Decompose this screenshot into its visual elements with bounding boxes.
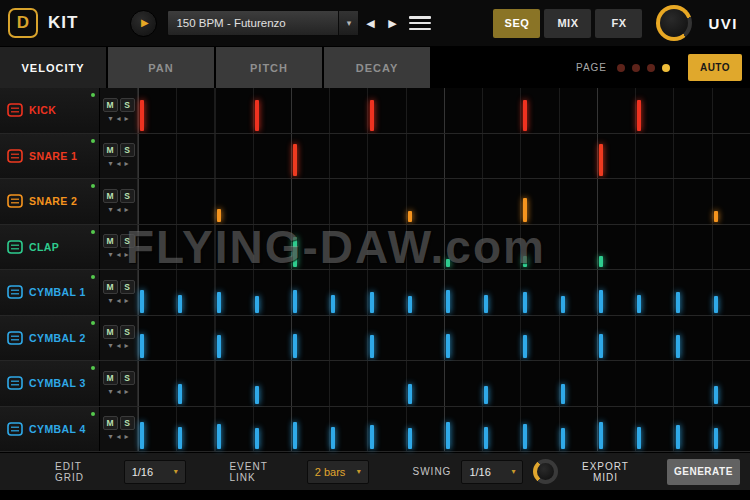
velocity-bar[interactable]: [637, 295, 641, 313]
velocity-bar[interactable]: [523, 100, 527, 131]
velocity-bar[interactable]: [714, 296, 718, 313]
nudge-left-icon[interactable]: ◂: [116, 342, 120, 350]
nudge-right-icon[interactable]: ▸: [125, 160, 129, 168]
velocity-bar[interactable]: [408, 211, 412, 222]
tab-mix[interactable]: MIX: [544, 9, 591, 38]
solo-button[interactable]: S: [120, 234, 135, 248]
solo-button[interactable]: S: [120, 98, 135, 112]
variation-down-icon[interactable]: ▾: [108, 160, 112, 168]
mute-button[interactable]: M: [103, 280, 118, 294]
velocity-bar[interactable]: [217, 292, 221, 313]
velocity-bar[interactable]: [140, 290, 144, 313]
velocity-bar[interactable]: [293, 334, 297, 358]
velocity-bar[interactable]: [714, 211, 718, 222]
nudge-right-icon[interactable]: ▸: [125, 115, 129, 123]
step-grid[interactable]: [138, 179, 750, 224]
velocity-bar[interactable]: [523, 198, 527, 222]
nudge-left-icon[interactable]: ◂: [116, 251, 120, 259]
mute-button[interactable]: M: [103, 416, 118, 430]
velocity-bar[interactable]: [561, 428, 565, 449]
solo-button[interactable]: S: [120, 189, 135, 203]
track-label-cell[interactable]: KICK: [0, 88, 100, 133]
nudge-right-icon[interactable]: ▸: [125, 342, 129, 350]
velocity-bar[interactable]: [599, 334, 603, 358]
solo-button[interactable]: S: [120, 280, 135, 294]
mute-button[interactable]: M: [103, 98, 118, 112]
swing-select[interactable]: 1/16 ▾: [461, 460, 523, 484]
velocity-bar[interactable]: [178, 295, 182, 313]
velocity-bar[interactable]: [484, 386, 488, 404]
velocity-bar[interactable]: [676, 425, 680, 449]
velocity-bar[interactable]: [370, 292, 374, 313]
velocity-bar[interactable]: [255, 296, 259, 313]
mute-button[interactable]: M: [103, 189, 118, 203]
velocity-bar[interactable]: [599, 256, 603, 267]
velocity-bar[interactable]: [370, 100, 374, 131]
prev-preset-button[interactable]: ◀: [359, 10, 381, 36]
tab-fx[interactable]: FX: [595, 9, 642, 38]
mute-button[interactable]: M: [103, 325, 118, 339]
track-label-cell[interactable]: SNARE 1: [0, 134, 100, 179]
velocity-bar[interactable]: [293, 422, 297, 449]
tab-pan[interactable]: PAN: [108, 47, 214, 88]
nudge-right-icon[interactable]: ▸: [125, 251, 129, 259]
track-label-cell[interactable]: CLAP: [0, 225, 100, 270]
page-dot[interactable]: [662, 64, 670, 72]
velocity-bar[interactable]: [217, 209, 221, 222]
velocity-bar[interactable]: [484, 427, 488, 449]
velocity-bar[interactable]: [676, 335, 680, 358]
tab-decay[interactable]: DECAY: [324, 47, 430, 88]
velocity-bar[interactable]: [561, 296, 565, 313]
variation-down-icon[interactable]: ▾: [108, 251, 112, 259]
velocity-bar[interactable]: [523, 292, 527, 313]
nudge-left-icon[interactable]: ◂: [116, 206, 120, 214]
variation-down-icon[interactable]: ▾: [108, 388, 112, 396]
velocity-bar[interactable]: [599, 422, 603, 449]
tab-velocity[interactable]: VELOCITY: [0, 47, 106, 88]
nudge-left-icon[interactable]: ◂: [116, 115, 120, 123]
velocity-bar[interactable]: [523, 256, 527, 267]
nudge-right-icon[interactable]: ▸: [125, 433, 129, 441]
mute-button[interactable]: M: [103, 143, 118, 157]
master-volume-knob[interactable]: [656, 5, 692, 41]
velocity-bar[interactable]: [140, 334, 144, 358]
velocity-bar[interactable]: [523, 335, 527, 358]
variation-down-icon[interactable]: ▾: [108, 115, 112, 123]
velocity-bar[interactable]: [523, 424, 527, 449]
velocity-bar[interactable]: [255, 386, 259, 404]
velocity-bar[interactable]: [446, 290, 450, 313]
velocity-bar[interactable]: [140, 422, 144, 449]
edit-grid-select[interactable]: 1/16 ▾: [124, 460, 186, 484]
velocity-bar[interactable]: [446, 259, 450, 267]
velocity-bar[interactable]: [676, 292, 680, 313]
step-grid[interactable]: [138, 407, 750, 452]
solo-button[interactable]: S: [120, 143, 135, 157]
nudge-left-icon[interactable]: ◂: [116, 297, 120, 305]
nudge-left-icon[interactable]: ◂: [116, 388, 120, 396]
velocity-bar[interactable]: [217, 335, 221, 358]
velocity-bar[interactable]: [217, 424, 221, 449]
velocity-bar[interactable]: [331, 427, 335, 449]
track-label-cell[interactable]: CYMBAL 3: [0, 361, 100, 406]
solo-button[interactable]: S: [120, 325, 135, 339]
page-dot[interactable]: [632, 64, 640, 72]
nudge-right-icon[interactable]: ▸: [125, 297, 129, 305]
nudge-left-icon[interactable]: ◂: [116, 160, 120, 168]
track-label-cell[interactable]: CYMBAL 4: [0, 407, 100, 452]
velocity-bar[interactable]: [293, 237, 297, 267]
preset-selector[interactable]: 150 BPM - Futurenzo ▾: [167, 10, 359, 36]
velocity-bar[interactable]: [140, 100, 144, 131]
velocity-bar[interactable]: [637, 427, 641, 449]
velocity-bar[interactable]: [255, 428, 259, 449]
tab-seq[interactable]: SEQ: [493, 9, 540, 38]
track-label-cell[interactable]: CYMBAL 2: [0, 316, 100, 361]
solo-button[interactable]: S: [120, 371, 135, 385]
swing-knob[interactable]: [533, 459, 558, 484]
velocity-bar[interactable]: [446, 334, 450, 358]
play-button[interactable]: ▶: [130, 10, 157, 37]
page-dot[interactable]: [617, 64, 625, 72]
menu-icon[interactable]: [409, 16, 431, 30]
step-grid[interactable]: [138, 361, 750, 406]
velocity-bar[interactable]: [178, 384, 182, 404]
step-grid[interactable]: [138, 88, 750, 133]
